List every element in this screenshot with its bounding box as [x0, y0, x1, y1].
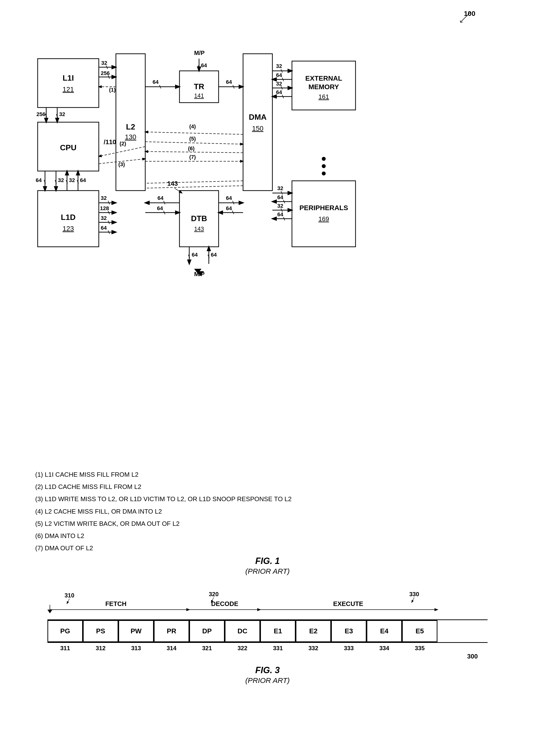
- svg-text:L1D: L1D: [61, 213, 75, 222]
- legend-item-2: (2) L1D CACHE MISS FILL FROM L2: [35, 481, 500, 492]
- svg-line-155: [412, 597, 414, 602]
- pipeline-cell-e4: E4: [367, 620, 402, 642]
- pipeline-num-ps: 312: [83, 645, 118, 652]
- svg-point-33: [322, 172, 326, 176]
- svg-text:64: 64: [157, 205, 163, 211]
- pipeline-cell-dp: DP: [189, 620, 225, 642]
- ref-300: 300: [467, 653, 478, 660]
- svg-text:64: 64: [153, 79, 159, 85]
- svg-text:(6): (6): [188, 146, 195, 151]
- svg-text:M/P: M/P: [194, 50, 205, 56]
- svg-text:/110: /110: [104, 138, 116, 146]
- svg-line-36: [106, 66, 108, 69]
- page-container: 100 L1I 121 L2 1: [0, 0, 535, 756]
- svg-line-48: [198, 66, 200, 69]
- svg-text:32: 32: [101, 215, 107, 221]
- pipeline-num-e4: 334: [367, 645, 402, 652]
- svg-rect-9: [180, 71, 219, 103]
- svg-text:(7): (7): [189, 154, 196, 160]
- svg-rect-25: [180, 191, 219, 247]
- svg-text:310: 310: [65, 592, 74, 599]
- svg-line-54: [281, 69, 282, 72]
- svg-marker-157: [47, 609, 52, 613]
- svg-text:L1I: L1I: [63, 73, 74, 82]
- svg-text:PERIPHERALS: PERIPHERALS: [299, 204, 348, 212]
- fig3-sublabel: (PRIOR ART): [47, 676, 488, 685]
- svg-text:330: 330: [409, 591, 419, 597]
- svg-line-132: [283, 200, 285, 203]
- svg-text:M/P: M/P: [194, 271, 205, 277]
- svg-line-100: [145, 142, 243, 144]
- svg-line-87: [108, 211, 110, 214]
- svg-rect-28: [292, 181, 355, 247]
- svg-line-135: [281, 208, 282, 212]
- svg-text:32: 32: [69, 177, 75, 183]
- fig1-sublabel: (PRIOR ART): [15, 567, 520, 576]
- svg-text:MEMORY: MEMORY: [309, 83, 339, 91]
- svg-line-117: [232, 211, 234, 214]
- svg-line-90: [108, 221, 110, 224]
- legend-item-4: (4) L2 CACHE MISS FILL, OR DMA INTO L2: [35, 506, 500, 517]
- svg-text:64: 64: [276, 89, 282, 95]
- pipeline-num-dc: 322: [225, 645, 260, 652]
- svg-rect-15: [292, 61, 355, 110]
- svg-text:320: 320: [209, 591, 219, 597]
- svg-line-140: [145, 186, 243, 188]
- pipeline-cell-dc: DC: [225, 620, 260, 642]
- svg-line-93: [108, 230, 110, 234]
- svg-text:123: 123: [63, 225, 74, 232]
- svg-text:141: 141: [194, 93, 204, 99]
- svg-text:FETCH: FETCH: [105, 600, 127, 608]
- svg-text:DECODE: DECODE: [211, 600, 238, 608]
- svg-line-78: [66, 180, 68, 183]
- svg-text:64: 64: [226, 79, 232, 85]
- svg-rect-6: [116, 54, 145, 191]
- svg-text:128: 128: [100, 205, 109, 211]
- legend-item-6: (6) DMA INTO L2: [35, 530, 500, 541]
- legend-item-5: (5) L2 VICTIM WRITE BACK, OR DMA OUT OF …: [35, 518, 500, 529]
- svg-text:32: 32: [277, 203, 283, 209]
- svg-line-102: [145, 151, 243, 153]
- svg-text:130: 130: [125, 133, 136, 141]
- svg-text:64: 64: [277, 211, 283, 217]
- svg-line-129: [281, 191, 282, 195]
- svg-rect-22: [38, 191, 99, 247]
- svg-marker-126: [197, 271, 204, 276]
- pipeline-cell-e3: E3: [331, 620, 367, 642]
- svg-line-138: [283, 217, 285, 220]
- fig3-container: FETCH 310 DECODE 320 EXECUTE 330: [47, 590, 488, 685]
- svg-text:32: 32: [58, 177, 64, 183]
- svg-line-120: [188, 255, 190, 258]
- svg-text:64: 64: [226, 205, 232, 211]
- svg-text:256: 256: [101, 70, 110, 76]
- svg-line-84: [108, 201, 110, 204]
- svg-marker-125: [194, 269, 202, 274]
- svg-text:64: 64: [80, 177, 86, 183]
- svg-text:32: 32: [276, 81, 282, 87]
- svg-text:(2): (2): [120, 141, 126, 147]
- svg-text:64: 64: [211, 252, 217, 258]
- svg-text:64: 64: [36, 177, 42, 183]
- svg-point-32: [322, 164, 326, 168]
- svg-line-63: [282, 95, 284, 98]
- svg-rect-3: [38, 59, 99, 108]
- svg-text:169: 169: [318, 215, 329, 223]
- svg-line-147: [67, 599, 70, 604]
- svg-line-75: [55, 180, 56, 183]
- pipeline-num-pr: 314: [154, 645, 189, 652]
- svg-text:32: 32: [101, 195, 107, 201]
- pipeline-cell-e1: E1: [260, 620, 296, 642]
- svg-text:64: 64: [101, 225, 107, 231]
- pipeline-num-pw: 313: [118, 645, 154, 652]
- svg-line-66: [45, 114, 47, 117]
- fig1-diagram: L1I 121 L2 130 TR 141 DMA 150 EXTERNAL M…: [23, 24, 512, 464]
- pipeline-numbers-row: 311312313314321322331332333334335: [47, 645, 488, 652]
- svg-line-108: [164, 201, 165, 204]
- fig1-legend: (1) L1I CACHE MISS FILL FROM L2 (2) L1D …: [35, 469, 500, 554]
- svg-rect-12: [243, 54, 272, 191]
- pipeline-cell-ps: PS: [83, 620, 118, 642]
- pipeline-num-dp: 321: [189, 645, 225, 652]
- fig3-label: FIG. 3: [47, 665, 488, 675]
- pipeline-num-e1: 331: [260, 645, 296, 652]
- svg-text:64: 64: [192, 252, 198, 258]
